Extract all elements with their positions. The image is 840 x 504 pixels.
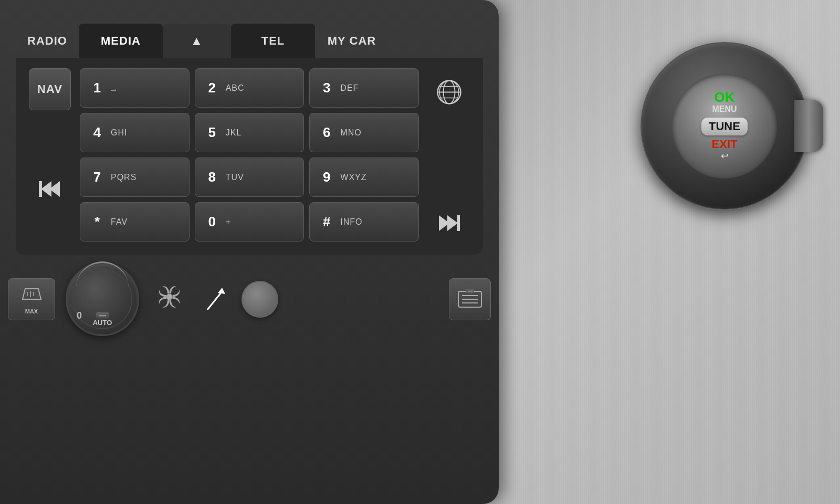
svg-point-15 [166, 294, 173, 300]
tel-button[interactable]: TEL [231, 24, 315, 58]
key-4-button[interactable]: 4 GHI [80, 113, 190, 152]
key-3-button[interactable]: 3 DEF [309, 68, 419, 108]
skip-back-icon [37, 176, 63, 202]
svg-line-16 [207, 291, 222, 310]
keypad-center: 1 ⎵ 2 ABC 3 DEF [80, 68, 419, 242]
airflow-round-button[interactable] [242, 281, 278, 318]
keypad-row-2: 4 GHI 5 JKL 6 MNO [80, 113, 419, 152]
keypad-area: NAV 1 [16, 58, 483, 255]
key-8-button[interactable]: 8 TUV [195, 158, 304, 197]
skip-forward-icon [436, 210, 462, 236]
bottom-controls: MAX 0 — AUTO [0, 255, 499, 346]
keypad-row-1: 1 ⎵ 2 ABC 3 DEF [80, 68, 419, 108]
tune-knob-area: OK MENU TUNE EXIT ↩ [640, 42, 808, 210]
ok-label: OK [715, 90, 735, 104]
skip-forward-button[interactable] [428, 202, 470, 244]
svg-rect-2 [39, 181, 42, 197]
top-buttons-row: RADIO MEDIA ▲ TEL MY CAR [0, 0, 499, 58]
rear-defrost-button[interactable] [449, 278, 491, 320]
nav-label: NAV [37, 82, 62, 96]
radio-button[interactable]: RADIO [16, 24, 79, 58]
media-button[interactable]: MEDIA [79, 24, 163, 58]
center-panel: RADIO MEDIA ▲ TEL MY CAR NAV [0, 0, 499, 504]
back-arrow-icon: ↩ [721, 150, 729, 162]
knob-tab [794, 100, 823, 152]
globe-icon [435, 78, 464, 107]
dial-zero-label: 0 [77, 310, 82, 321]
key-1-button[interactable]: 1 ⎵ [80, 68, 190, 108]
key-5-button[interactable]: 5 JKL [195, 113, 304, 152]
front-defrost-button[interactable]: MAX [8, 278, 55, 320]
svg-rect-11 [457, 215, 460, 231]
tune-label: TUNE [701, 118, 748, 135]
key-6-button[interactable]: 6 MNO [309, 113, 419, 152]
globe-button[interactable] [428, 71, 470, 113]
key-9-button[interactable]: 9 WXYZ [309, 158, 419, 197]
dial-auto-label: AUTO [93, 319, 112, 327]
fan-icon [155, 282, 184, 316]
menu-label: MENU [712, 104, 737, 114]
key-7-button[interactable]: 7 PQRS [80, 158, 190, 197]
temperature-dial[interactable]: 0 — AUTO [66, 262, 139, 336]
keypad-row-4: * FAV 0 + # INFO [80, 202, 419, 242]
keypad-row-3: 7 PQRS 8 TUV 9 WXYZ [80, 158, 419, 197]
eject-button[interactable]: ▲ [163, 24, 231, 58]
tune-knob-inner[interactable]: OK MENU TUNE EXIT ↩ [672, 74, 777, 178]
defrost-label: MAX [25, 308, 38, 314]
skip-back-button[interactable] [29, 168, 71, 210]
dial-arc [76, 261, 129, 288]
svg-marker-10 [447, 215, 458, 231]
airflow-arrow [200, 278, 231, 320]
key-star-button[interactable]: * FAV [80, 202, 190, 242]
key-2-button[interactable]: 2 ABC [195, 68, 304, 108]
exit-label: EXIT [712, 139, 738, 150]
defrost-icon [20, 285, 44, 306]
mycar-button[interactable]: MY CAR [315, 24, 388, 58]
key-hash-button[interactable]: # INFO [309, 202, 419, 242]
nav-button[interactable]: NAV [29, 68, 71, 110]
rear-defrost-icon [457, 289, 483, 310]
dial-minus-indicator: — [96, 312, 109, 319]
key-0-button[interactable]: 0 + [195, 202, 304, 242]
svg-marker-17 [218, 288, 225, 294]
tune-knob-outer: OK MENU TUNE EXIT ↩ [640, 42, 808, 210]
main-background: RADIO MEDIA ▲ TEL MY CAR NAV [0, 0, 840, 504]
